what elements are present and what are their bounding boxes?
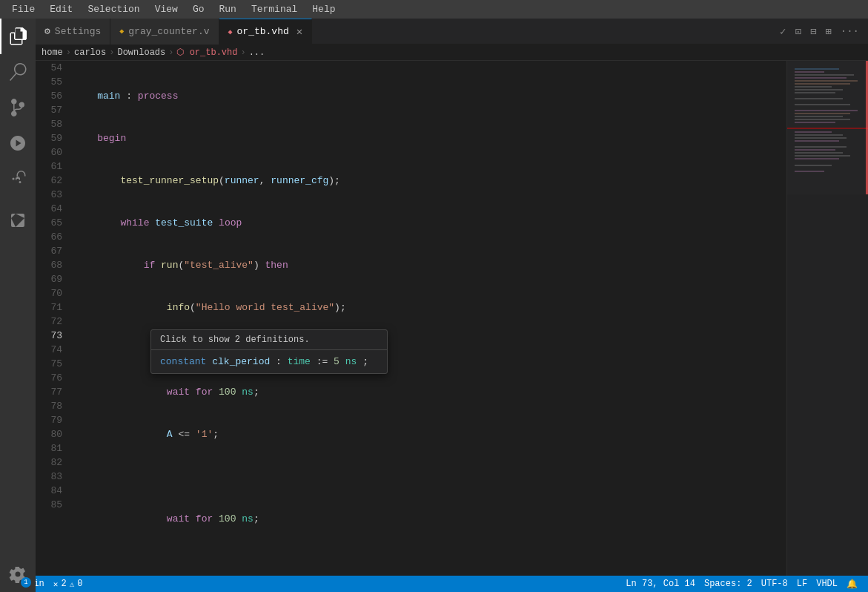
spaces-text: Spaces: 2 (704, 579, 752, 589)
error-count: 2 (61, 579, 66, 589)
layout-icon[interactable]: ⊟ (807, 22, 819, 41)
svg-rect-20 (795, 137, 847, 139)
tab-settings[interactable]: ⚙ Settings (36, 19, 110, 45)
svg-rect-21 (795, 140, 839, 142)
tooltip-code: constant clk_period : time := 5 ns ; (160, 356, 368, 367)
tooltip-popup: Click to show 2 definitions. constant cl… (150, 329, 388, 374)
svg-rect-19 (795, 134, 843, 136)
code-line-54: main : process (71, 89, 786, 103)
status-language[interactable]: VHDL (812, 576, 842, 592)
code-line-58: if run("test_alive") then (71, 258, 786, 272)
code-line-56: test_runner_setup(runner, runner_cfg); (71, 174, 786, 188)
line-num-78: 78 (36, 399, 62, 413)
line-num-81: 81 (36, 441, 62, 455)
svg-rect-11 (795, 104, 850, 105)
menu-terminal[interactable]: Terminal (245, 2, 303, 16)
warning-count: 0 (77, 579, 82, 589)
tabs-bar: ⚙ Settings ◆ gray_counter.v ◆ or_tb.vhd … (36, 19, 868, 45)
menu-run[interactable]: Run (213, 2, 242, 16)
status-spaces[interactable]: Spaces: 2 (700, 576, 757, 592)
breadcrumb-downloads[interactable]: Downloads (117, 47, 165, 58)
code-line-62: A <= '1'; (71, 427, 786, 441)
svg-rect-13 (795, 113, 850, 114)
activity-settings[interactable]: 1 (0, 556, 36, 592)
line-num-59: 59 (36, 131, 62, 145)
activity-source-control[interactable] (0, 90, 36, 125)
activity-explorer[interactable] (0, 19, 36, 54)
breadcrumb-sep-4: › (240, 47, 245, 58)
or-tb-close-button[interactable]: ✕ (296, 25, 302, 38)
bell-icon: 🔔 (847, 579, 858, 590)
line-num-55: 55 (36, 75, 62, 89)
editor-area: 54 55 56 57 58 59 60 61 62 63 64 65 66 6… (36, 61, 868, 592)
status-bar: ⎇ main ✕ 2 ⚠ 0 Ln 73, Col 14 Spaces: 2 U… (0, 576, 868, 592)
activity-test[interactable] (0, 203, 36, 238)
status-notifications[interactable]: 🔔 (842, 576, 862, 592)
status-position[interactable]: Ln 73, Col 14 (621, 576, 700, 592)
minimap-content (787, 61, 868, 592)
line-num-76: 76 (36, 371, 62, 385)
line-num-77: 77 (36, 385, 62, 399)
check-icon[interactable]: ✓ (777, 22, 789, 41)
svg-rect-3 (795, 74, 854, 76)
code-line-57: while test_suite loop (71, 216, 786, 230)
settings-tab-icon: ⚙ (44, 25, 50, 37)
svg-rect-1 (795, 68, 839, 70)
line-num-57: 57 (36, 103, 62, 117)
breadcrumb-carlos[interactable]: carlos (74, 47, 106, 58)
code-content[interactable]: main : process begin test_runner_setup(r… (71, 61, 786, 592)
main-layout: ⚙ Settings ◆ gray_counter.v ◆ or_tb.vhd … (36, 19, 868, 592)
svg-rect-28 (795, 171, 824, 172)
svg-rect-9 (795, 92, 835, 93)
line-num-68: 68 (36, 258, 62, 272)
activity-search[interactable] (0, 54, 36, 90)
gray-tab-label: gray_counter.v (128, 26, 209, 37)
menu-file[interactable]: File (6, 2, 41, 16)
line-num-73: 73 (36, 329, 62, 343)
status-encoding[interactable]: UTF-8 (757, 576, 792, 592)
svg-rect-5 (795, 80, 858, 82)
breadcrumb-home[interactable]: home (42, 47, 63, 58)
split-editor-icon[interactable]: ⊡ (792, 22, 804, 41)
line-num-83: 83 (36, 470, 62, 484)
svg-rect-8 (795, 89, 843, 91)
code-line-61: wait for 100 ns; (71, 385, 786, 399)
code-line-59: info("Hello world test_alive"); (71, 300, 786, 315)
code-line-65 (71, 554, 786, 568)
vhdl-tab-icon: ◆ (228, 27, 233, 36)
line-num-65: 65 (36, 216, 62, 230)
activity-extensions[interactable] (0, 161, 36, 197)
line-num-69: 69 (36, 272, 62, 286)
menu-help[interactable]: Help (306, 2, 341, 16)
settings-tab-label: Settings (55, 26, 101, 37)
code-editor[interactable]: 54 55 56 57 58 59 60 61 62 63 64 65 66 6… (36, 61, 786, 592)
svg-rect-10 (795, 98, 843, 99)
svg-rect-12 (795, 110, 858, 111)
status-eol[interactable]: LF (792, 576, 812, 592)
svg-rect-14 (795, 116, 843, 117)
settings-badge: 1 (21, 577, 31, 588)
menu-edit[interactable]: Edit (44, 2, 79, 16)
breadcrumb-file[interactable]: ⬡ or_tb.vhd (176, 47, 237, 58)
tab-or-tb[interactable]: ◆ or_tb.vhd ✕ (219, 19, 313, 45)
svg-rect-6 (795, 83, 850, 85)
breadcrumb-ellipsis[interactable]: ... (249, 47, 265, 58)
minimap (786, 61, 868, 592)
menu-selection[interactable]: Selection (82, 2, 145, 16)
status-errors[interactable]: ✕ 2 ⚠ 0 (49, 576, 87, 592)
more-actions-icon[interactable]: ··· (838, 22, 862, 40)
menu-view[interactable]: View (149, 2, 184, 16)
activity-run[interactable] (0, 125, 36, 161)
svg-rect-15 (795, 119, 850, 120)
line-num-75: 75 (36, 357, 62, 371)
breadcrumb-sep-2: › (109, 47, 114, 58)
sidebar-toggle-icon[interactable]: ⊞ (822, 22, 834, 41)
tab-gray-counter[interactable]: ◆ gray_counter.v (110, 19, 219, 45)
line-num-70: 70 (36, 286, 62, 300)
breadcrumb: home › carlos › Downloads › ⬡ or_tb.vhd … (36, 45, 868, 61)
or-tb-tab-label: or_tb.vhd (237, 26, 289, 37)
tooltip-header[interactable]: Click to show 2 definitions. (151, 330, 387, 350)
menu-go[interactable]: Go (187, 2, 211, 16)
code-line-55: begin (71, 131, 786, 145)
code-lines: main : process begin test_runner_setup(r… (71, 61, 786, 592)
